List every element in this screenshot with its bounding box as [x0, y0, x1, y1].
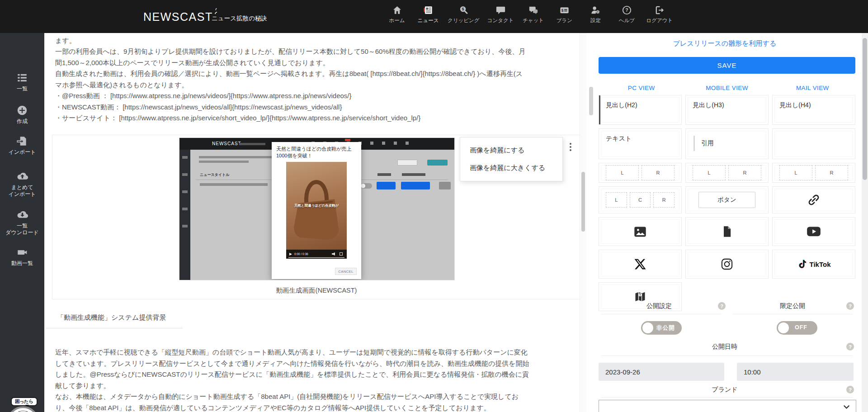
limited-toggle[interactable]: OFF	[777, 321, 817, 335]
block-two-col-layout[interactable]: L R	[599, 163, 682, 183]
panel-scrollbar-track[interactable]	[862, 33, 868, 412]
preview-scrollbar-thumb[interactable]	[589, 87, 593, 115]
publish-datetime-label: 公開日時	[588, 343, 862, 351]
nav-logout[interactable]: ログアウト	[646, 5, 673, 24]
sidebar-item-create[interactable]: 作成	[0, 104, 44, 124]
brand-help-icon[interactable]: ?	[846, 386, 854, 393]
datetime-help-icon[interactable]: ?	[846, 343, 854, 350]
sidebar-item-list-download[interactable]: 一覧 ダウンロード	[0, 208, 44, 236]
nav-home[interactable]: ホーム	[385, 5, 409, 24]
block-x-twitter[interactable]	[599, 250, 682, 279]
block-button[interactable]: ボタン	[685, 186, 769, 213]
nav-clipping[interactable]: $ クリッピング	[448, 5, 480, 24]
block-instagram[interactable]	[685, 250, 769, 279]
mini-modal: 天然と間違うほどの合皮鞄が売上1000個を突破！ 天然と間違うほどの合皮鞄が 0…	[272, 142, 361, 279]
mini-table-header: ニュースタイトル	[200, 172, 229, 177]
block-file[interactable]	[685, 217, 769, 246]
block-text[interactable]: テキスト	[599, 128, 682, 159]
cloud-upload-icon	[16, 170, 28, 182]
newscast-logo[interactable]: NEWSCAST	[143, 11, 221, 23]
paragraph: なお、本機能は、メタデータから自動的にショート動画生成する「8beat API」…	[55, 391, 530, 412]
kebab-menu-icon[interactable]	[566, 142, 575, 153]
block-image[interactable]	[599, 217, 682, 246]
save-button[interactable]: SAVE	[599, 57, 855, 74]
publish-toggle[interactable]: 非公開	[641, 321, 682, 335]
sidebar-item-import[interactable]: インポート	[0, 135, 44, 155]
video-time: 0:00 / 0:36	[294, 252, 308, 256]
block-heading-h3[interactable]: 見出し(H3)	[685, 95, 769, 125]
col-right: R	[653, 192, 675, 208]
sidebar-item-list[interactable]: 一覧	[0, 72, 44, 92]
nav-contact[interactable]: コンタクト	[487, 5, 514, 24]
block-two-col-layout[interactable]: L R	[772, 163, 855, 183]
menu-item-enhance-enlarge-image[interactable]: 画像を綺麗に大きくする	[460, 159, 562, 177]
link-icon	[807, 193, 821, 207]
image-icon	[633, 225, 647, 238]
video-progress-bar	[288, 257, 344, 258]
tab-mobile-view[interactable]: MOBILE VIEW	[684, 85, 769, 91]
file-icon	[721, 225, 733, 238]
mini-gray-button	[439, 182, 451, 189]
paragraph: 一部の利用会員へは、9月初旬よりプレ提供期間を設けておりましたが、配信リリース本…	[55, 46, 528, 68]
block-youtube[interactable]	[772, 217, 855, 246]
mini-blue-button	[377, 182, 396, 189]
nav-news[interactable]: ニュース	[416, 5, 440, 24]
nav-chat[interactable]: チャット	[521, 5, 545, 24]
limited-publish-label: 限定公開	[780, 302, 805, 310]
nav-plan[interactable]: $ プラン	[552, 5, 576, 24]
mini-blue-button	[401, 182, 430, 189]
fullscreen-icon	[340, 252, 343, 256]
use-template-link[interactable]: プレスリリースの雛形を利用する	[588, 39, 862, 48]
tab-mail-view[interactable]: MAIL VIEW	[770, 85, 855, 91]
nav-help[interactable]: ? ヘルプ	[615, 5, 638, 24]
help-bubble: 困ったら	[11, 397, 38, 406]
app-window: NEWSCAST ニュース拡散の秘訣 ホーム	[0, 0, 868, 412]
block-three-col-layout[interactable]: L C R	[599, 186, 682, 213]
block-tiktok[interactable]: TikTok	[772, 250, 855, 279]
handbag-illustration	[286, 162, 347, 259]
block-quote[interactable]: 引用	[685, 128, 769, 159]
limited-toggle-state: OFF	[795, 324, 807, 331]
sidebar-item-bulk-import[interactable]: まとめて インポート	[0, 170, 44, 197]
operator-avatar-icon	[7, 406, 39, 412]
support-avatar[interactable]	[7, 406, 39, 412]
panel-scrollbar-thumb[interactable]	[863, 38, 867, 180]
content-scrollbar-thumb[interactable]	[581, 172, 585, 232]
block-empty[interactable]	[772, 128, 855, 159]
play-icon	[289, 253, 292, 256]
block-two-col-layout[interactable]: L R	[685, 163, 769, 183]
block-heading-h2[interactable]: 見出し(H2)	[599, 95, 682, 125]
brand-select[interactable]	[599, 400, 856, 412]
editor-content: ます。 一部の利用会員へは、9月初旬よりプレ提供期間を設けておりましたが、配信リ…	[44, 33, 580, 412]
instagram-icon	[721, 258, 733, 270]
publish-toggle-state: 非公開	[656, 324, 675, 332]
mini-nav-icon	[394, 142, 397, 145]
mini-sidebar-item	[182, 156, 188, 159]
list-icon	[16, 72, 28, 84]
view-tabs: PC VIEW MOBILE VIEW MAIL VIEW	[599, 85, 855, 91]
publish-help-icon[interactable]: ?	[718, 302, 726, 310]
publish-date-input[interactable]: 2023-09-26	[599, 363, 724, 381]
nav-settings[interactable]: 設定	[584, 5, 607, 24]
sidebar-item-video-list[interactable]: 動画一覧	[0, 246, 44, 266]
col-right: R	[728, 165, 761, 180]
limited-help-icon[interactable]: ?	[846, 302, 854, 310]
block-heading-h4[interactable]: 見出し(H4)	[772, 95, 855, 125]
content-scrollbar-track[interactable]	[580, 33, 586, 412]
menu-item-enhance-image[interactable]: 画像を綺麗にする	[460, 142, 562, 159]
image-caption: 動画生成画面(NEWSCAST)	[52, 286, 580, 295]
help-circle-icon: ?	[622, 5, 632, 15]
mini-cancel-button: CANCEL	[335, 268, 357, 275]
mini-light-button	[397, 160, 417, 166]
mini-text-blob	[199, 161, 249, 163]
chevron-down-icon	[844, 405, 849, 409]
block-link[interactable]	[772, 186, 855, 213]
embedded-screenshot-image[interactable]: NEWSCAST	[179, 138, 454, 280]
mini-row-text	[200, 183, 268, 186]
publish-time-input[interactable]: 10:00	[737, 363, 854, 381]
block-palette: 見出し(H2) 見出し(H3) 見出し(H4) テキスト 引用 L	[599, 95, 855, 311]
block-empty-slot	[685, 282, 769, 311]
plan-card-icon: $	[559, 5, 570, 15]
col-left: L	[606, 165, 639, 180]
tab-pc-view[interactable]: PC VIEW	[599, 85, 684, 91]
